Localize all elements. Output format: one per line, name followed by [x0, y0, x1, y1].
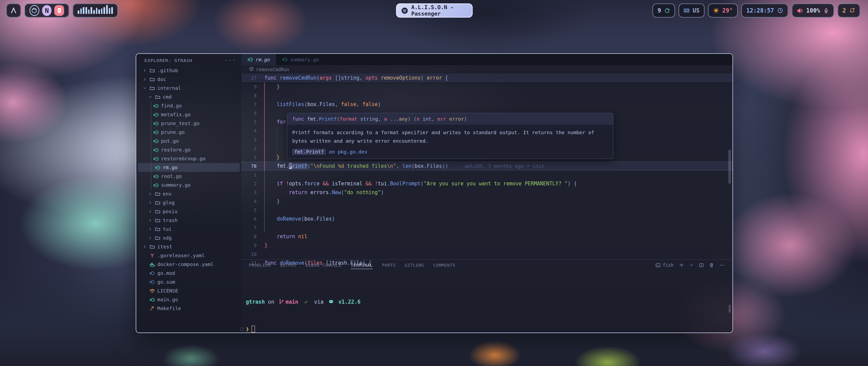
- launcher-button[interactable]: [6, 3, 21, 18]
- line-number: 3: [241, 190, 257, 195]
- chevron-right-icon: [142, 244, 147, 249]
- updates-pill[interactable]: 9: [652, 3, 675, 18]
- code-line: 8: [241, 91, 732, 100]
- panel-tab-debug-console[interactable]: DEBUG CONSOLE: [306, 263, 342, 268]
- code-text: }: [257, 84, 280, 90]
- media-player-pill[interactable]: A.L.I.S.O.N - Passenger: [396, 3, 473, 18]
- tree-item--github[interactable]: .github: [136, 66, 241, 75]
- line-number: 1: [241, 155, 257, 160]
- tree-item-summary-go[interactable]: summary.go: [136, 181, 241, 189]
- go-file-icon: [153, 174, 159, 179]
- tree-item-trash[interactable]: trash: [136, 216, 241, 225]
- tree-item-go-mod[interactable]: go.mod: [136, 269, 241, 278]
- arrow-up-logo-icon: [10, 7, 17, 14]
- browser-app-icon[interactable]: [29, 5, 39, 16]
- keyboard-layout-pill[interactable]: US: [678, 3, 705, 18]
- tree-item-itest[interactable]: itest: [136, 242, 241, 251]
- visualizer-bar: [103, 7, 105, 14]
- code-line: 10: [241, 250, 732, 259]
- terminal-input-line[interactable]: ❯: [246, 325, 360, 333]
- tree-item-put-go[interactable]: put.go: [136, 137, 241, 145]
- tree-item-posix[interactable]: posix: [136, 207, 241, 216]
- tree-item-tui[interactable]: tui: [136, 225, 241, 233]
- tab-rm-go[interactable]: rm.go: [241, 54, 276, 65]
- tree-item-restore-go[interactable]: restore.go: [136, 145, 241, 154]
- tree-item-main-go[interactable]: main.go: [136, 295, 241, 304]
- shell-label: fish: [663, 262, 674, 268]
- vscode-window: EXPLORER: GTRASH ··· .githubdocinternalc…: [136, 53, 733, 333]
- speaker-icon: [797, 7, 803, 14]
- panel-tab-output[interactable]: OUTPUT: [280, 263, 297, 268]
- code-text: func removeCmdRun(args []string, opts re…: [257, 75, 448, 81]
- go-file-icon: [153, 138, 159, 144]
- code-editor[interactable]: 17func removeCmdRun(args []string, opts …: [241, 74, 732, 258]
- tree-item-env[interactable]: env: [136, 189, 241, 198]
- folder-file-icon: [150, 244, 155, 249]
- line-number: 78: [241, 163, 257, 169]
- sun-icon: [713, 7, 719, 14]
- tree-item-prune-test-go[interactable]: prune_test.go: [136, 119, 241, 128]
- panel-tab-comments[interactable]: COMMENTS: [433, 263, 455, 268]
- tree-item-rm-go[interactable]: rm.go: [138, 163, 240, 172]
- tree-item-doc[interactable]: doc: [136, 75, 241, 84]
- tree-item-root-go[interactable]: root.go: [136, 172, 241, 181]
- pinned-apps-dock[interactable]: N: [24, 3, 69, 18]
- tree-item-glog[interactable]: glog: [136, 198, 241, 207]
- editor-scrollbar[interactable]: [728, 150, 731, 184]
- line-number: 7: [241, 225, 257, 230]
- tree-item-xdg[interactable]: xdg: [136, 233, 241, 242]
- launch-profile-dropdown[interactable]: [689, 263, 694, 267]
- tree-item-go-sum[interactable]: go.sum: [136, 278, 241, 286]
- tree-item-docker-compose-yaml[interactable]: docker-compose.yaml: [136, 260, 241, 269]
- tree-item-label: tui: [163, 226, 172, 232]
- notifications-pill[interactable]: 2: [837, 3, 860, 18]
- weather-pill[interactable]: 29°: [708, 3, 738, 18]
- tooltip-doc-link[interactable]: fmt.Printf on pkg.go.dev: [287, 146, 613, 159]
- tree-item-label: env: [163, 191, 172, 197]
- prompt-token: via: [308, 299, 327, 305]
- split-terminal-button[interactable]: [699, 263, 704, 268]
- tree-item-restoregroup-go[interactable]: restoreGroup.go: [136, 154, 241, 163]
- new-terminal-button[interactable]: [679, 262, 684, 268]
- tree-item-metafix-go[interactable]: metafix.go: [136, 110, 241, 119]
- tree-item-license[interactable]: LICENSE: [136, 286, 241, 295]
- panel-tabs: PROBLEMSOUTPUTDEBUG CONSOLETERMINALPORTS…: [249, 260, 455, 270]
- terminal-scrollbar[interactable]: [729, 305, 731, 313]
- visualizer-bar: [85, 7, 87, 14]
- explorer-sidebar: EXPLORER: GTRASH ··· .githubdocinternalc…: [136, 54, 241, 332]
- terminal[interactable]: gtrash on main ✓ via v1.22.6 ❯: [246, 280, 360, 333]
- microphone-icon: [823, 8, 829, 14]
- tree-item-label: find.go: [161, 103, 182, 108]
- volume-pill[interactable]: 100%: [792, 3, 834, 18]
- go-file-icon: [153, 112, 159, 118]
- chevron-right-icon: [148, 218, 153, 223]
- panel-tab-ports[interactable]: PORTS: [382, 263, 396, 268]
- panel-more-button[interactable]: [719, 262, 725, 268]
- tree-item-prune-go[interactable]: prune.go: [136, 128, 241, 137]
- explorer-more-icon[interactable]: ···: [225, 57, 236, 63]
- panel-tab-gitlens[interactable]: GITLENS: [405, 263, 424, 268]
- visualizer-bar: [106, 5, 108, 14]
- notes-app-icon[interactable]: N: [42, 5, 52, 16]
- clock-pill[interactable]: 12:28:57: [741, 3, 788, 18]
- document-app-icon[interactable]: [54, 5, 64, 16]
- line-number: 4: [241, 128, 257, 134]
- tree-item-makefile[interactable]: Makefile: [136, 304, 241, 313]
- tree-item-internal[interactable]: internal: [136, 84, 241, 93]
- folder-file-icon: [150, 85, 155, 91]
- line-number: 17: [241, 75, 257, 81]
- terminal-icon: [655, 263, 660, 268]
- folder-file-icon: [155, 226, 161, 232]
- tab-summary-go[interactable]: summary.go: [276, 54, 325, 65]
- panel-tab-problems[interactable]: PROBLEMS: [249, 263, 271, 268]
- tree-item-cmd[interactable]: cmd: [136, 93, 241, 101]
- shell-badge[interactable]: fish: [655, 262, 674, 268]
- tree-item-label: root.go: [161, 174, 182, 179]
- code-text: for: [257, 119, 286, 125]
- tree-item-find-go[interactable]: find.go: [136, 101, 241, 110]
- panel-tab-terminal[interactable]: TERMINAL: [351, 263, 373, 269]
- go-file-icon: [153, 103, 159, 109]
- tree-item--goreleaser-yaml[interactable]: .goreleaser.yaml: [136, 251, 241, 260]
- kill-terminal-button[interactable]: [709, 263, 714, 268]
- breadcrumb[interactable]: removeCmdRun: [241, 65, 732, 74]
